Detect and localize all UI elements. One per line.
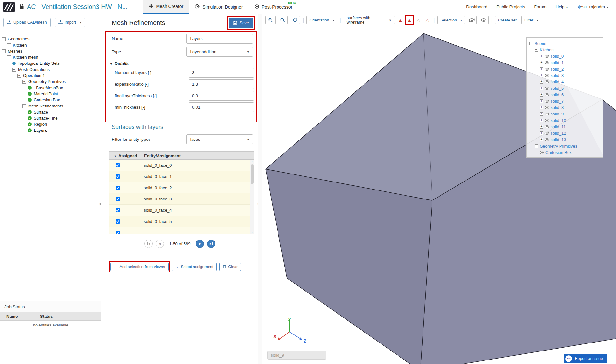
visibility-eye-icon[interactable] [545, 74, 549, 77]
nav-menu-help[interactable]: Help [556, 4, 568, 9]
name-input[interactable] [186, 34, 253, 44]
expand-icon[interactable] [540, 138, 543, 141]
display-mode-select[interactable]: surfaces with wireframe [344, 16, 395, 24]
scene-solid-item[interactable]: solid_4 [527, 79, 603, 85]
expand-icon[interactable] [540, 61, 543, 64]
scene-kitchen-item[interactable]: Kitchen [527, 47, 603, 53]
expand-icon[interactable] [540, 55, 543, 58]
assigned-checkbox[interactable] [116, 174, 120, 179]
user-menu[interactable]: sjesu_rajendra [577, 4, 608, 9]
sidebar-collapse-handle[interactable] [98, 199, 102, 208]
save-button[interactable]: Save [229, 18, 253, 28]
tree-item[interactable]: MaterialPoint [0, 91, 102, 97]
assigned-checkbox[interactable] [116, 208, 120, 212]
tree-item[interactable]: Layers [0, 127, 102, 133]
upload-cad-mesh-button[interactable]: Upload CAD/mesh [3, 18, 51, 27]
assigned-column-header[interactable]: Assigned [109, 153, 144, 158]
visibility-eye-icon[interactable] [545, 68, 549, 71]
visibility-eye-icon[interactable] [545, 119, 549, 122]
visibility-eye-icon[interactable] [540, 151, 544, 154]
tab-mesh-creator[interactable]: Mesh Creator [143, 0, 189, 14]
entity-type-filter-select[interactable]: faces [186, 134, 253, 144]
orientation-button[interactable]: Orientation [306, 16, 337, 24]
tab-simulation-designer[interactable]: Simulation Designer [189, 0, 248, 14]
scene-solid-item[interactable]: solid_1 [527, 59, 603, 66]
reset-view-button[interactable] [290, 16, 300, 24]
report-an-issue-button[interactable]: ••• Report an issue [564, 354, 607, 363]
expand-icon[interactable] [540, 119, 543, 122]
tab-post-processor[interactable]: Post-Processor BETA [249, 0, 298, 14]
assigned-checkbox[interactable] [116, 219, 120, 224]
detail-input[interactable] [189, 79, 254, 89]
scene-geometry-primitives-item[interactable]: Geometry Primitives [527, 143, 603, 149]
visibility-eye-icon[interactable] [545, 132, 549, 135]
detail-input[interactable] [189, 91, 254, 101]
detail-input[interactable] [189, 102, 254, 112]
visibility-eye-icon[interactable] [545, 106, 549, 109]
scrollbar-thumb[interactable] [251, 164, 254, 184]
table-row[interactable]: solid_0_face_1 [109, 171, 254, 182]
hide-selection-eye-button[interactable] [467, 16, 477, 24]
select-assignment-button[interactable]: → Select assignment [172, 263, 217, 271]
scene-solid-item[interactable]: solid_9 [527, 111, 603, 117]
tree-item[interactable]: Geometries [0, 36, 102, 42]
scene-solid-item[interactable]: solid_6 [527, 91, 603, 98]
visibility-eye-icon[interactable] [545, 87, 549, 90]
tree-item[interactable]: Kitchen [0, 42, 102, 48]
scene-solid-item[interactable]: solid_11 [527, 123, 603, 130]
assigned-checkbox[interactable] [116, 163, 120, 167]
scene-solid-item[interactable]: solid_10 [527, 117, 603, 123]
table-row[interactable]: solid_0_face_4 [109, 205, 254, 216]
scene-solid-item[interactable]: solid_0 [527, 53, 603, 59]
mesh-quality-icon-1[interactable]: ▲ [397, 16, 404, 24]
mesh-quality-icon-4[interactable]: △ [424, 16, 431, 24]
expand-icon[interactable] [540, 74, 543, 77]
tree-item[interactable]: Cartesian Box [0, 97, 102, 103]
expand-icon[interactable] [540, 125, 543, 129]
previous-page-button[interactable] [156, 240, 164, 248]
filter-button[interactable]: Filter [521, 16, 541, 24]
zoom-fit-button[interactable] [278, 16, 288, 24]
create-set-button[interactable]: Create set [495, 16, 519, 24]
visibility-eye-icon[interactable] [545, 100, 549, 103]
expand-icon[interactable] [540, 112, 543, 116]
visibility-eye-icon[interactable] [545, 125, 549, 128]
table-row[interactable]: solid_0_face_0 [109, 160, 254, 171]
zoom-in-button[interactable] [265, 16, 276, 24]
collapse-expander-icon[interactable] [535, 48, 538, 52]
table-row[interactable]: solid_0_face_2 [109, 182, 254, 193]
scene-root-item[interactable]: Scene [527, 40, 603, 47]
import-button[interactable]: Import [55, 18, 85, 27]
tree-item[interactable]: Operation 1 [0, 72, 102, 79]
visibility-eye-icon[interactable] [545, 113, 549, 115]
scroll-up-icon[interactable]: ▲ [250, 160, 254, 164]
first-page-button[interactable] [144, 240, 153, 248]
tree-item[interactable]: Geometry Primitives [0, 79, 102, 85]
expand-icon[interactable] [540, 106, 543, 109]
scene-solid-item[interactable]: solid_13 [527, 136, 603, 143]
next-page-button[interactable] [196, 240, 204, 248]
nav-link-public-projects[interactable]: Public Projects [496, 4, 525, 9]
scene-solid-item[interactable]: solid_2 [527, 66, 603, 72]
selection-button[interactable]: Selection [437, 16, 465, 24]
scroll-down-icon[interactable]: ▼ [250, 230, 254, 234]
visibility-eye-icon[interactable] [545, 138, 549, 141]
expand-icon[interactable] [540, 67, 543, 71]
scene-solid-item[interactable]: solid_12 [527, 130, 603, 136]
tree-item[interactable]: Mesh Refinements [0, 103, 102, 109]
nav-link-forum[interactable]: Forum [534, 4, 547, 9]
expand-icon[interactable] [540, 99, 543, 103]
expand-icon[interactable] [540, 131, 543, 135]
tree-item[interactable]: Surface [0, 109, 102, 115]
expand-icon[interactable] [540, 80, 543, 84]
tree-item[interactable]: Surface-Fine [0, 115, 102, 121]
tree-item[interactable]: Mesh Operations [0, 66, 102, 72]
tree-item[interactable]: Region [0, 121, 102, 127]
entity-column-header[interactable]: Entity/Assignment [144, 153, 181, 158]
expand-icon[interactable] [540, 87, 543, 90]
assigned-checkbox[interactable] [116, 197, 120, 201]
scene-solid-item[interactable]: solid_5 [527, 85, 603, 91]
last-page-button[interactable] [207, 240, 215, 248]
type-select[interactable]: Layer addition [186, 47, 253, 57]
assigned-checkbox[interactable] [116, 231, 120, 234]
